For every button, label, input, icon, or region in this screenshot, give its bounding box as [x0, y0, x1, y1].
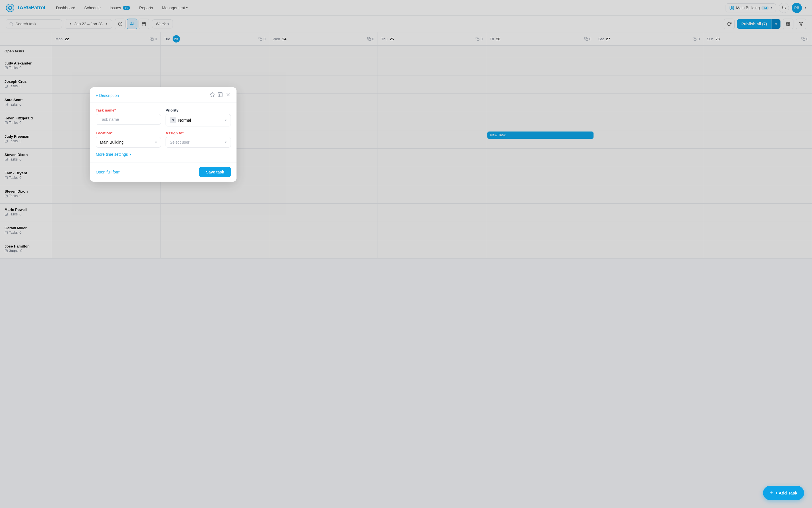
- clock-view-button[interactable]: [115, 18, 126, 29]
- priority-select[interactable]: N Normal ▾: [166, 114, 231, 126]
- day-cell-sun[interactable]: [703, 76, 812, 93]
- day-cell-wed[interactable]: [269, 76, 378, 93]
- nav-management[interactable]: Management ▾: [158, 3, 192, 12]
- day-cell-fri[interactable]: [486, 204, 595, 222]
- avatar[interactable]: PB: [792, 3, 802, 13]
- logo[interactable]: TARGPatrol: [6, 3, 45, 12]
- day-cell-fri[interactable]: [486, 167, 595, 185]
- day-cell-sun[interactable]: [703, 185, 812, 203]
- calendar-view-button[interactable]: [138, 18, 149, 29]
- open-cell-fri[interactable]: [486, 46, 595, 57]
- day-cell-fri[interactable]: [486, 149, 595, 167]
- day-cell-thu[interactable]: [378, 57, 486, 75]
- day-cell-sat[interactable]: [595, 240, 703, 258]
- day-cell-mon[interactable]: [52, 204, 161, 222]
- day-cell-sat[interactable]: [595, 167, 703, 185]
- star-button[interactable]: [210, 92, 215, 99]
- day-cell-sat[interactable]: [595, 204, 703, 222]
- open-cell-sun[interactable]: [703, 46, 812, 57]
- day-cell-sun[interactable]: [703, 167, 812, 185]
- nav-schedule[interactable]: Schedule: [80, 3, 104, 12]
- week-selector[interactable]: Week ▾: [152, 19, 173, 29]
- search-box[interactable]: [6, 19, 62, 29]
- prev-date-button[interactable]: ‹: [69, 22, 72, 27]
- day-cell-fri[interactable]: [486, 240, 595, 258]
- day-cell-sat[interactable]: [595, 222, 703, 240]
- day-cell-sun[interactable]: [703, 222, 812, 240]
- filter-button[interactable]: [796, 18, 806, 29]
- save-task-button[interactable]: Save task: [199, 167, 231, 177]
- day-cell-mon[interactable]: [52, 240, 161, 258]
- task-name-input[interactable]: [96, 114, 161, 125]
- day-cell-fri[interactable]: [486, 76, 595, 93]
- notifications-button[interactable]: [779, 3, 789, 13]
- day-cell-sun[interactable]: [703, 149, 812, 167]
- open-full-form-link[interactable]: Open full form: [96, 170, 121, 174]
- task-block[interactable]: New Task: [487, 131, 594, 139]
- close-modal-button[interactable]: [225, 92, 231, 99]
- add-task-button[interactable]: + + Add Task: [763, 486, 804, 500]
- day-cell-tue[interactable]: [161, 57, 269, 75]
- day-cell-sat[interactable]: [595, 57, 703, 75]
- nav-issues[interactable]: Issues 10: [106, 3, 134, 12]
- day-cell-fri[interactable]: New Task: [486, 130, 595, 149]
- day-cell-sat[interactable]: [595, 185, 703, 203]
- more-time-settings-button[interactable]: More time settings ▾: [96, 152, 231, 157]
- day-cell-sun[interactable]: [703, 57, 812, 75]
- date-navigator[interactable]: ‹ Jan 22 – Jan 28 ›: [65, 19, 112, 29]
- day-cell-wed[interactable]: [269, 204, 378, 222]
- open-cell-mon[interactable]: [52, 46, 161, 57]
- day-cell-thu[interactable]: [378, 149, 486, 167]
- day-cell-wed[interactable]: [269, 94, 378, 112]
- people-view-button[interactable]: [127, 18, 137, 29]
- day-cell-tue[interactable]: [161, 240, 269, 258]
- publish-dropdown-button[interactable]: ▾: [771, 19, 780, 29]
- day-cell-fri[interactable]: [486, 94, 595, 112]
- day-cell-fri[interactable]: [486, 112, 595, 130]
- settings-button[interactable]: [783, 18, 794, 29]
- day-cell-thu[interactable]: [378, 185, 486, 203]
- day-cell-fri[interactable]: [486, 185, 595, 203]
- publish-all-button[interactable]: Publish all (7): [737, 19, 771, 29]
- open-cell-sat[interactable]: [595, 46, 703, 57]
- day-cell-tue[interactable]: [161, 204, 269, 222]
- day-cell-thu[interactable]: [378, 112, 486, 130]
- day-cell-sun[interactable]: [703, 130, 812, 149]
- day-cell-thu[interactable]: [378, 204, 486, 222]
- day-cell-sat[interactable]: [595, 76, 703, 93]
- search-input[interactable]: [15, 22, 58, 26]
- day-cell-fri[interactable]: [486, 57, 595, 75]
- day-cell-mon[interactable]: [52, 57, 161, 75]
- day-cell-sat[interactable]: [595, 112, 703, 130]
- day-cell-mon[interactable]: [52, 185, 161, 203]
- day-cell-tue[interactable]: [161, 185, 269, 203]
- open-cell-tue[interactable]: [161, 46, 269, 57]
- day-cell-wed[interactable]: [269, 240, 378, 258]
- nav-reports[interactable]: Reports: [135, 3, 157, 12]
- add-description-button[interactable]: + + Description: [96, 93, 119, 98]
- day-cell-sat[interactable]: [595, 149, 703, 167]
- assign-to-select[interactable]: Select user ▾: [166, 137, 231, 147]
- day-cell-wed[interactable]: [269, 112, 378, 130]
- day-cell-wed[interactable]: [269, 149, 378, 167]
- next-date-button[interactable]: ›: [105, 22, 109, 27]
- day-cell-mon[interactable]: [52, 222, 161, 240]
- day-cell-sat[interactable]: [595, 94, 703, 112]
- day-cell-thu[interactable]: [378, 130, 486, 149]
- day-cell-thu[interactable]: [378, 222, 486, 240]
- day-cell-wed[interactable]: [269, 130, 378, 149]
- location-select[interactable]: Main Building ▾: [96, 137, 161, 147]
- day-cell-wed[interactable]: [269, 185, 378, 203]
- day-cell-sun[interactable]: [703, 94, 812, 112]
- day-cell-fri[interactable]: [486, 222, 595, 240]
- day-cell-wed[interactable]: [269, 222, 378, 240]
- day-cell-thu[interactable]: [378, 240, 486, 258]
- day-cell-thu[interactable]: [378, 167, 486, 185]
- day-cell-tue[interactable]: [161, 222, 269, 240]
- day-cell-sun[interactable]: [703, 112, 812, 130]
- day-cell-wed[interactable]: [269, 167, 378, 185]
- day-cell-sun[interactable]: [703, 204, 812, 222]
- open-cell-wed[interactable]: [269, 46, 378, 57]
- day-cell-sat[interactable]: [595, 130, 703, 149]
- day-cell-wed[interactable]: [269, 57, 378, 75]
